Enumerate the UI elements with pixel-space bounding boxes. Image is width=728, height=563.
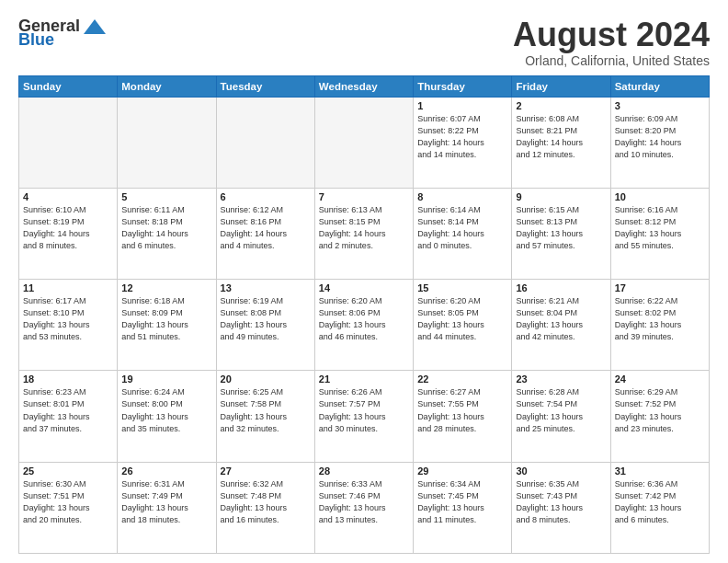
day-number: 2 (516, 100, 606, 111)
day-info: Sunrise: 6:25 AM Sunset: 7:58 PM Dayligh… (221, 386, 311, 434)
day-info: Sunrise: 6:18 AM Sunset: 8:09 PM Dayligh… (121, 295, 211, 343)
day-number: 28 (319, 465, 409, 477)
day-number: 24 (615, 373, 705, 385)
calendar-cell: 27Sunrise: 6:32 AM Sunset: 7:48 PM Dayli… (216, 462, 314, 553)
day-number: 22 (417, 373, 507, 385)
day-number: 29 (417, 465, 507, 477)
calendar-cell: 23Sunrise: 6:28 AM Sunset: 7:54 PM Dayli… (512, 371, 610, 462)
day-number: 11 (23, 282, 113, 293)
day-number: 1 (417, 100, 507, 111)
day-info: Sunrise: 6:34 AM Sunset: 7:45 PM Dayligh… (417, 478, 507, 526)
weekday-header: Friday (512, 75, 610, 97)
day-number: 31 (615, 465, 705, 477)
calendar-cell: 17Sunrise: 6:22 AM Sunset: 8:02 PM Dayli… (610, 280, 709, 371)
day-info: Sunrise: 6:24 AM Sunset: 8:00 PM Dayligh… (121, 386, 211, 434)
logo-blue-text: Blue (18, 30, 54, 50)
calendar-cell: 15Sunrise: 6:20 AM Sunset: 8:05 PM Dayli… (414, 280, 512, 371)
calendar-cell: 7Sunrise: 6:13 AM Sunset: 8:15 PM Daylig… (314, 188, 413, 279)
calendar-cell: 12Sunrise: 6:18 AM Sunset: 8:09 PM Dayli… (118, 280, 216, 371)
calendar-cell: 1Sunrise: 6:07 AM Sunset: 8:22 PM Daylig… (414, 97, 512, 188)
calendar-cell: 25Sunrise: 6:30 AM Sunset: 7:51 PM Dayli… (19, 462, 118, 553)
logo: General Blue (18, 17, 108, 50)
calendar-cell (216, 97, 314, 188)
day-info: Sunrise: 6:20 AM Sunset: 8:06 PM Dayligh… (319, 295, 409, 343)
calendar-week-row: 18Sunrise: 6:23 AM Sunset: 8:01 PM Dayli… (19, 371, 710, 462)
day-info: Sunrise: 6:29 AM Sunset: 7:52 PM Dayligh… (615, 386, 705, 434)
day-number: 18 (23, 373, 113, 385)
calendar-cell (19, 97, 118, 188)
day-info: Sunrise: 6:10 AM Sunset: 8:19 PM Dayligh… (23, 204, 113, 252)
calendar-cell: 13Sunrise: 6:19 AM Sunset: 8:08 PM Dayli… (216, 280, 314, 371)
day-number: 17 (615, 282, 705, 293)
calendar-week-row: 11Sunrise: 6:17 AM Sunset: 8:10 PM Dayli… (19, 280, 710, 371)
logo-icon (82, 17, 108, 36)
calendar-cell (118, 97, 216, 188)
calendar-cell: 4Sunrise: 6:10 AM Sunset: 8:19 PM Daylig… (19, 188, 118, 279)
day-info: Sunrise: 6:33 AM Sunset: 7:46 PM Dayligh… (319, 478, 409, 526)
day-info: Sunrise: 6:14 AM Sunset: 8:14 PM Dayligh… (417, 204, 507, 252)
day-number: 19 (121, 373, 211, 385)
day-info: Sunrise: 6:35 AM Sunset: 7:43 PM Dayligh… (516, 478, 606, 526)
day-info: Sunrise: 6:19 AM Sunset: 8:08 PM Dayligh… (221, 295, 311, 343)
day-number: 9 (516, 191, 606, 202)
day-info: Sunrise: 6:15 AM Sunset: 8:13 PM Dayligh… (516, 204, 606, 252)
day-info: Sunrise: 6:13 AM Sunset: 8:15 PM Dayligh… (319, 204, 409, 252)
month-title: August 2024 (513, 17, 710, 53)
day-number: 25 (23, 465, 113, 477)
day-number: 21 (319, 373, 409, 385)
day-number: 30 (516, 465, 606, 477)
day-number: 4 (23, 191, 113, 202)
calendar-cell: 10Sunrise: 6:16 AM Sunset: 8:12 PM Dayli… (610, 188, 709, 279)
day-info: Sunrise: 6:11 AM Sunset: 8:18 PM Dayligh… (121, 204, 211, 252)
day-number: 7 (319, 191, 409, 202)
calendar-week-row: 1Sunrise: 6:07 AM Sunset: 8:22 PM Daylig… (19, 97, 710, 188)
calendar-cell: 16Sunrise: 6:21 AM Sunset: 8:04 PM Dayli… (512, 280, 610, 371)
calendar-cell: 24Sunrise: 6:29 AM Sunset: 7:52 PM Dayli… (610, 371, 709, 462)
day-info: Sunrise: 6:17 AM Sunset: 8:10 PM Dayligh… (23, 295, 113, 343)
calendar-cell: 26Sunrise: 6:31 AM Sunset: 7:49 PM Dayli… (118, 462, 216, 553)
calendar-cell (314, 97, 413, 188)
day-info: Sunrise: 6:16 AM Sunset: 8:12 PM Dayligh… (615, 204, 705, 252)
title-area: August 2024 Orland, California, United S… (513, 17, 710, 68)
location: Orland, California, United States (513, 53, 710, 68)
calendar-cell: 11Sunrise: 6:17 AM Sunset: 8:10 PM Dayli… (19, 280, 118, 371)
day-number: 10 (615, 191, 705, 202)
header: General Blue August 2024 Orland, Califor… (18, 17, 710, 68)
calendar-cell: 9Sunrise: 6:15 AM Sunset: 8:13 PM Daylig… (512, 188, 610, 279)
day-info: Sunrise: 6:08 AM Sunset: 8:21 PM Dayligh… (516, 113, 606, 161)
weekday-header: Thursday (414, 75, 512, 97)
day-number: 13 (221, 282, 311, 293)
day-number: 23 (516, 373, 606, 385)
day-number: 16 (516, 282, 606, 293)
day-info: Sunrise: 6:36 AM Sunset: 7:42 PM Dayligh… (615, 478, 705, 526)
calendar-cell: 3Sunrise: 6:09 AM Sunset: 8:20 PM Daylig… (610, 97, 709, 188)
day-info: Sunrise: 6:07 AM Sunset: 8:22 PM Dayligh… (417, 113, 507, 161)
day-number: 27 (221, 465, 311, 477)
calendar-cell: 2Sunrise: 6:08 AM Sunset: 8:21 PM Daylig… (512, 97, 610, 188)
day-info: Sunrise: 6:27 AM Sunset: 7:55 PM Dayligh… (417, 386, 507, 434)
day-number: 14 (319, 282, 409, 293)
calendar-week-row: 25Sunrise: 6:30 AM Sunset: 7:51 PM Dayli… (19, 462, 710, 553)
day-info: Sunrise: 6:32 AM Sunset: 7:48 PM Dayligh… (221, 478, 311, 526)
weekday-header: Wednesday (314, 75, 413, 97)
day-info: Sunrise: 6:30 AM Sunset: 7:51 PM Dayligh… (23, 478, 113, 526)
calendar-cell: 21Sunrise: 6:26 AM Sunset: 7:57 PM Dayli… (314, 371, 413, 462)
weekday-header: Tuesday (216, 75, 314, 97)
page: General Blue August 2024 Orland, Califor… (0, 0, 728, 563)
day-info: Sunrise: 6:20 AM Sunset: 8:05 PM Dayligh… (417, 295, 507, 343)
day-info: Sunrise: 6:23 AM Sunset: 8:01 PM Dayligh… (23, 386, 113, 434)
calendar-cell: 22Sunrise: 6:27 AM Sunset: 7:55 PM Dayli… (414, 371, 512, 462)
weekday-header: Sunday (19, 75, 118, 97)
calendar-week-row: 4Sunrise: 6:10 AM Sunset: 8:19 PM Daylig… (19, 188, 710, 279)
day-info: Sunrise: 6:12 AM Sunset: 8:16 PM Dayligh… (221, 204, 311, 252)
day-info: Sunrise: 6:21 AM Sunset: 8:04 PM Dayligh… (516, 295, 606, 343)
svg-marker-0 (84, 19, 106, 34)
day-info: Sunrise: 6:22 AM Sunset: 8:02 PM Dayligh… (615, 295, 705, 343)
day-number: 12 (121, 282, 211, 293)
calendar-cell: 29Sunrise: 6:34 AM Sunset: 7:45 PM Dayli… (414, 462, 512, 553)
calendar-cell: 14Sunrise: 6:20 AM Sunset: 8:06 PM Dayli… (314, 280, 413, 371)
day-number: 6 (221, 191, 311, 202)
day-info: Sunrise: 6:26 AM Sunset: 7:57 PM Dayligh… (319, 386, 409, 434)
calendar-cell: 18Sunrise: 6:23 AM Sunset: 8:01 PM Dayli… (19, 371, 118, 462)
day-number: 8 (417, 191, 507, 202)
